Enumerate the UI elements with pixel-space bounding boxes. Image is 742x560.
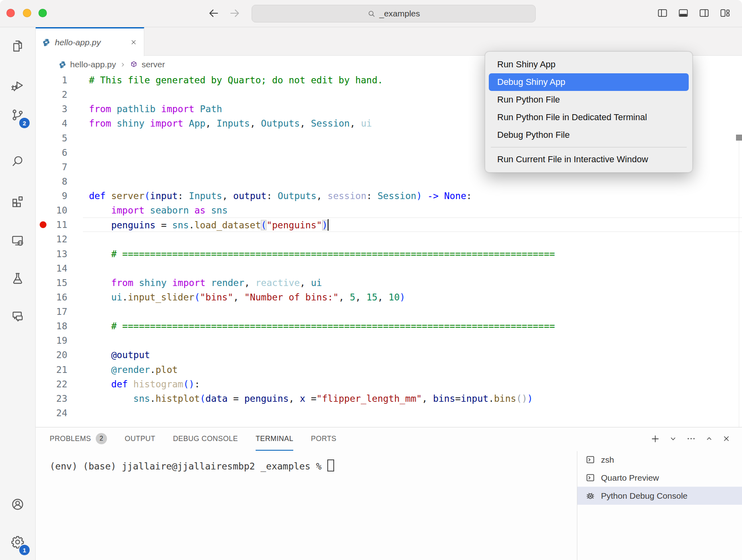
- search-value: _examples: [379, 9, 420, 18]
- activity-item-settings-gear[interactable]: 1: [11, 535, 24, 549]
- gutter[interactable]: 9: [36, 191, 89, 201]
- terminal-list-item-quarto-preview[interactable]: Quarto Preview: [577, 469, 742, 487]
- remote-explorer-icon: [11, 234, 24, 247]
- activity-item-testing[interactable]: [11, 272, 24, 285]
- menu-item-run-python-file-in-dedicated-terminal[interactable]: Run Python File in Dedicated Terminal: [489, 109, 689, 126]
- gutter[interactable]: 1: [36, 75, 89, 85]
- code-line-17[interactable]: 17: [36, 304, 742, 319]
- gutter[interactable]: 23: [36, 393, 89, 404]
- menu-item-run-current-file-in-interactive-window[interactable]: Run Current File in Interactive Window: [489, 151, 689, 168]
- maximize-panel-button[interactable]: [705, 434, 714, 443]
- code-line-15[interactable]: 15 from shiny import render, reactive, u…: [36, 276, 742, 290]
- editor-cursor: [328, 219, 329, 231]
- code-line-8[interactable]: 8: [36, 174, 742, 189]
- terminal-prompt[interactable]: (env) (base) jjallaire@jjallairesmbp2 _e…: [50, 459, 334, 471]
- code-line-16[interactable]: 16 ui.input_slider("bins", "Number of bi…: [36, 290, 742, 304]
- gutter[interactable]: 12: [36, 234, 89, 244]
- gutter[interactable]: 15: [36, 278, 89, 288]
- line-number: 9: [62, 191, 67, 201]
- code-line-14[interactable]: 14: [36, 261, 742, 276]
- menu-item-debug-shiny-app[interactable]: Debug Shiny App: [489, 73, 689, 91]
- menu-item-debug-python-file[interactable]: Debug Python File: [489, 126, 689, 144]
- vscode-window: _examples 21 hello-app.py hello-app.py s…: [0, 0, 742, 560]
- breakpoint-dot[interactable]: [40, 222, 46, 228]
- gutter[interactable]: 6: [36, 147, 89, 158]
- gutter[interactable]: 19: [36, 335, 89, 346]
- command-center-search[interactable]: _examples: [252, 5, 536, 22]
- breadcrumb-symbol[interactable]: server: [141, 60, 165, 69]
- panel-tab-terminal[interactable]: TERMINAL: [256, 427, 293, 451]
- activity-item-run-debug[interactable]: [11, 79, 24, 92]
- activity-item-explorer[interactable]: [11, 39, 24, 53]
- code-line-18[interactable]: 18 # ===================================…: [36, 319, 742, 333]
- close-tab-icon[interactable]: [130, 38, 137, 46]
- line-number: 5: [62, 133, 67, 143]
- gutter[interactable]: 5: [36, 133, 89, 143]
- close-window-button[interactable]: [6, 9, 15, 17]
- code-line-22[interactable]: 22 def histogram():: [36, 377, 742, 391]
- terminal-list-label: zsh: [601, 455, 614, 465]
- activity-item-extensions[interactable]: [11, 194, 24, 208]
- panel-tab-problems[interactable]: PROBLEMS2: [50, 427, 107, 451]
- gutter[interactable]: 7: [36, 162, 89, 172]
- gutter[interactable]: 11: [36, 220, 89, 230]
- gutter[interactable]: 16: [36, 292, 89, 302]
- panel-tab-debug-console[interactable]: DEBUG CONSOLE: [173, 427, 238, 451]
- breadcrumb-file[interactable]: hello-app.py: [70, 60, 116, 69]
- terminal-list-item-python-debug-console[interactable]: Python Debug Console: [577, 487, 742, 505]
- code-line-9[interactable]: 9def server(input: Inputs, output: Outpu…: [36, 189, 742, 203]
- terminal-launch-dropdown-button[interactable]: [669, 434, 677, 443]
- panel-more-actions-button[interactable]: [686, 433, 696, 444]
- gutter[interactable]: 21: [36, 365, 89, 375]
- code-text: def server(input: Inputs, output: Output…: [89, 191, 472, 201]
- scrollbar-thumb[interactable]: [736, 135, 742, 141]
- menu-item-run-shiny-app[interactable]: Run Shiny App: [489, 56, 689, 73]
- gutter[interactable]: 18: [36, 321, 89, 331]
- panel-tab-label: TERMINAL: [256, 435, 293, 443]
- code-line-13[interactable]: 13 # ===================================…: [36, 247, 742, 261]
- forward-button[interactable]: [229, 7, 241, 19]
- terminal-list-sash[interactable]: [577, 451, 577, 560]
- toggle-panel-button[interactable]: [678, 8, 689, 18]
- menu-item-run-python-file[interactable]: Run Python File: [489, 91, 689, 109]
- code-line-20[interactable]: 20 @output: [36, 348, 742, 362]
- zoom-window-button[interactable]: [38, 9, 47, 17]
- toggle-secondary-sidebar-button[interactable]: [699, 8, 710, 18]
- line-number: 10: [56, 205, 67, 216]
- problems-badge: 2: [96, 433, 107, 444]
- activity-item-chat[interactable]: [11, 309, 24, 323]
- activity-item-account[interactable]: [11, 498, 24, 511]
- gutter[interactable]: 10: [36, 205, 89, 216]
- back-button[interactable]: [208, 7, 220, 19]
- panel-tab-ports[interactable]: PORTS: [311, 427, 337, 451]
- panel-tab-output[interactable]: OUTPUT: [125, 427, 155, 451]
- code-line-21[interactable]: 21 @render.plot: [36, 363, 742, 377]
- close-panel-button[interactable]: [722, 434, 731, 443]
- code-line-10[interactable]: 10 import seaborn as sns: [36, 203, 742, 218]
- code-line-11[interactable]: 11 penguins = sns.load_dataset("penguins…: [36, 218, 742, 232]
- gutter[interactable]: 8: [36, 176, 89, 187]
- gutter[interactable]: 13: [36, 249, 89, 259]
- minimize-window-button[interactable]: [23, 9, 31, 17]
- gutter[interactable]: 17: [36, 306, 89, 317]
- code-line-19[interactable]: 19: [36, 333, 742, 348]
- activity-item-remote-explorer[interactable]: [11, 234, 24, 247]
- gutter[interactable]: 3: [36, 104, 89, 114]
- toggle-primary-sidebar-button[interactable]: [657, 8, 668, 18]
- code-line-12[interactable]: 12: [36, 232, 742, 246]
- activity-item-source-control[interactable]: 2: [11, 108, 24, 122]
- gutter[interactable]: 4: [36, 118, 89, 129]
- gutter[interactable]: 2: [36, 89, 89, 100]
- gutter[interactable]: 24: [36, 408, 89, 418]
- gutter[interactable]: 20: [36, 350, 89, 360]
- customize-layout-button[interactable]: [720, 8, 730, 18]
- tab-hello-app-py[interactable]: hello-app.py: [36, 27, 144, 56]
- scrollbar-track: [739, 141, 739, 427]
- code-line-23[interactable]: 23 sns.histplot(data = penguins, x ="fli…: [36, 391, 742, 406]
- code-line-24[interactable]: 24: [36, 406, 742, 420]
- gutter[interactable]: 14: [36, 263, 89, 274]
- terminal-list-item-zsh[interactable]: zsh: [577, 451, 742, 469]
- new-terminal-button[interactable]: [650, 434, 660, 444]
- gutter[interactable]: 22: [36, 379, 89, 389]
- activity-item-search[interactable]: [11, 155, 24, 168]
